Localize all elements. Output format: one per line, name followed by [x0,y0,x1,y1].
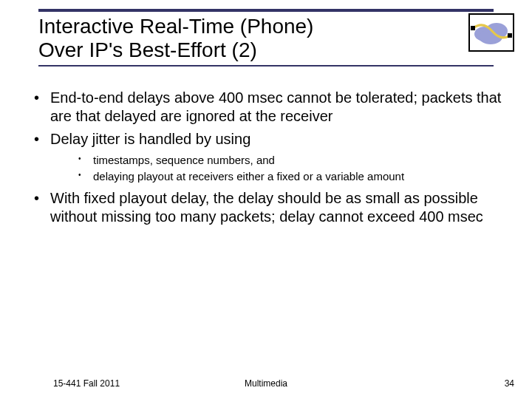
bullet-text: End-to-end delays above 400 msec cannot … [50,89,501,124]
title-block: Interactive Real-Time (Phone) Over IP's … [38,9,494,66]
bullet-text: Delay jitter is handled by using [50,131,250,147]
title-line-2: Over IP's Best-Effort (2) [38,38,257,61]
sub-bullet-text: delaying playout at receivers either a f… [93,170,404,183]
body-content: End-to-end delays above 400 msec cannot … [30,89,502,231]
title-rule-bottom [38,65,494,66]
sub-bullet-text: timestamps, sequence numbers, and [93,154,275,166]
sub-bullet-item: delaying playout at receivers either a f… [78,169,502,184]
svg-rect-4 [471,26,475,30]
bullet-item: With fixed playout delay, the delay shou… [30,189,502,226]
title-rule-top [38,9,494,12]
bullet-item: End-to-end delays above 400 msec cannot … [30,89,502,126]
slide: Interactive Real-Time (Phone) Over IP's … [0,0,532,399]
network-cloud-icon [468,13,514,52]
bullet-list: End-to-end delays above 400 msec cannot … [30,89,502,226]
footer-center: Multimedia [0,378,532,389]
bullet-item: Delay jitter is handled by using timesta… [30,130,502,185]
sub-bullet-list: timestamps, sequence numbers, and delayi… [78,153,502,185]
title-line-1: Interactive Real-Time (Phone) [38,15,313,38]
svg-rect-5 [508,33,512,38]
bullet-text: With fixed playout delay, the delay shou… [50,190,483,225]
slide-title: Interactive Real-Time (Phone) Over IP's … [38,15,494,62]
footer-page-number: 34 [505,378,514,389]
sub-bullet-item: timestamps, sequence numbers, and [78,153,502,168]
